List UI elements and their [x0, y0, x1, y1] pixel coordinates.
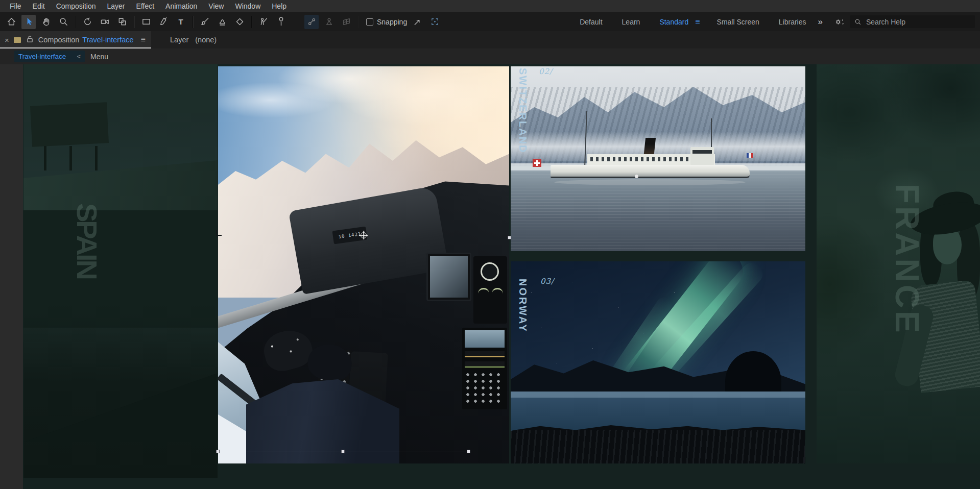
- gauge-cluster-shape: [473, 256, 507, 324]
- breadcrumb-parent[interactable]: Menu: [90, 48, 108, 64]
- composition-color-chip[interactable]: [14, 37, 21, 43]
- norway-index[interactable]: 03/: [540, 277, 554, 286]
- composition-viewport[interactable]: SPAIN 10 1421: [0, 64, 980, 489]
- headland-rock-shape: [725, 351, 781, 395]
- close-icon[interactable]: ×: [5, 36, 9, 44]
- french-flag-shape: [747, 153, 753, 158]
- radio-stack-shape: [462, 328, 507, 409]
- spain-pier-deck-shape: [23, 160, 218, 211]
- composition-viewer-tab[interactable]: × Composition Travel-interface ≡: [0, 31, 151, 48]
- workspace-default[interactable]: Default: [580, 18, 602, 26]
- sync-settings-icon[interactable]: [834, 17, 845, 27]
- workspace-overflow-icon[interactable]: »: [818, 17, 822, 27]
- france-label[interactable]: FRANCE: [888, 184, 926, 335]
- workspace-learn[interactable]: Learn: [622, 18, 640, 26]
- spain-post-shape: [44, 146, 46, 170]
- menu-file[interactable]: File: [4, 2, 27, 10]
- panel-gutter: [0, 64, 23, 489]
- gps-screen-shape: [426, 253, 471, 301]
- toolbar-divider: [251, 16, 252, 28]
- eraser-tool-icon[interactable]: [232, 15, 247, 29]
- hand-tool-icon[interactable]: [39, 15, 53, 29]
- radio-buttons: [465, 372, 505, 405]
- composition-tab-kind: Composition: [38, 36, 80, 44]
- type-tool-icon[interactable]: T: [174, 15, 188, 29]
- menu-window[interactable]: Window: [229, 2, 266, 10]
- unlock-icon[interactable]: [27, 35, 38, 45]
- workspace-standard[interactable]: Standard: [659, 18, 688, 26]
- puppet-mesh-icon[interactable]: [339, 15, 353, 29]
- clone-stamp-icon[interactable]: [215, 15, 229, 29]
- selection-handle-bottom-left[interactable]: [216, 450, 220, 453]
- workspace-menu-icon[interactable]: ≡: [695, 17, 700, 27]
- region-of-interest-icon[interactable]: [427, 15, 442, 29]
- chevron-left-icon: <: [77, 53, 81, 60]
- composition-tab-name: Travel-interface: [82, 36, 133, 44]
- tool-bar: T Snapping: [0, 12, 980, 31]
- norway-label[interactable]: NORWAY: [517, 279, 529, 333]
- switzerland-section[interactable]: SWITZERLAND 02/: [511, 66, 805, 251]
- wheelhouse-window: [692, 150, 712, 154]
- switzerland-label[interactable]: SWITZERLAND: [517, 68, 529, 154]
- spain-label[interactable]: SPAIN: [70, 203, 104, 278]
- menu-effect[interactable]: Effect: [131, 2, 160, 10]
- helicopter-image-layer[interactable]: 10 1421: [218, 66, 509, 463]
- viewer-tab-row: × Composition Travel-interface ≡ Layer (…: [0, 31, 980, 48]
- search-help-box[interactable]: [850, 15, 975, 28]
- puppet-bone-icon[interactable]: [304, 15, 319, 29]
- menu-animation[interactable]: Animation: [160, 2, 203, 10]
- breadcrumb-current-tile[interactable]: Travel-interface <: [14, 51, 85, 62]
- breadcrumb-current: Travel-interface: [18, 53, 66, 60]
- norway-section[interactable]: NORWAY 03/: [511, 261, 805, 463]
- toolbar-divider: [75, 16, 76, 28]
- roto-brush-icon[interactable]: [256, 15, 271, 29]
- search-help-input[interactable]: [866, 18, 963, 26]
- zoom-tool-icon[interactable]: [56, 15, 70, 29]
- menu-help[interactable]: Help: [266, 2, 292, 10]
- selection-handle-bottom-right[interactable]: [467, 450, 470, 453]
- composition-breadcrumb-row: Travel-interface < Menu: [0, 48, 980, 64]
- toolbar-divider: [193, 16, 193, 28]
- boat-reflection: [554, 179, 746, 185]
- camera-tool-icon[interactable]: [98, 15, 112, 29]
- rectangle-tool-icon[interactable]: [139, 15, 153, 29]
- brush-tool-icon[interactable]: [198, 15, 212, 29]
- workspace-switcher: Default Learn Standard ≡ Small Screen Li…: [570, 17, 829, 27]
- toolbar-divider: [358, 16, 358, 28]
- selection-handle-right-middle[interactable]: [508, 236, 511, 239]
- anchor-point[interactable]: [361, 232, 367, 238]
- snap-options-arrow-icon[interactable]: [410, 15, 424, 29]
- workspace-small-screen[interactable]: Small Screen: [717, 18, 759, 26]
- spain-section[interactable]: SPAIN: [23, 64, 218, 478]
- snapping-checkbox[interactable]: [366, 18, 373, 26]
- stars-shape: [511, 261, 511, 262]
- france-section[interactable]: FRANCE: [817, 64, 980, 463]
- layer-tab-value: (none): [195, 36, 217, 44]
- after-effects-window: File Edit Composition Layer Effect Anima…: [0, 0, 980, 489]
- switzerland-index[interactable]: 02/: [539, 67, 553, 76]
- buoy-shape: [635, 175, 638, 178]
- workspace-libraries[interactable]: Libraries: [779, 18, 806, 26]
- radio-row: [465, 351, 505, 357]
- menu-edit[interactable]: Edit: [27, 2, 51, 10]
- search-icon: [854, 18, 862, 26]
- menu-view[interactable]: View: [203, 2, 229, 10]
- puppet-pin-icon[interactable]: [274, 15, 288, 29]
- rock-texture: [511, 430, 805, 463]
- selection-handle-bottom-center[interactable]: [341, 450, 345, 453]
- pen-tool-icon[interactable]: [156, 15, 171, 29]
- menu-bar: File Edit Composition Layer Effect Anima…: [0, 0, 980, 12]
- swiss-flag-shape: [533, 159, 541, 167]
- home-icon[interactable]: [4, 15, 18, 29]
- gps-screen-content: [430, 256, 468, 298]
- orbit-camera-icon[interactable]: [80, 15, 94, 29]
- snapping-label: Snapping: [377, 18, 407, 26]
- menu-composition[interactable]: Composition: [51, 2, 102, 10]
- layer-viewer-tab[interactable]: Layer (none): [170, 31, 217, 48]
- pan-behind-icon[interactable]: [115, 15, 129, 29]
- menu-layer[interactable]: Layer: [102, 2, 131, 10]
- selection-tool-icon[interactable]: [21, 15, 36, 29]
- radio-row: [465, 361, 505, 368]
- panel-menu-icon[interactable]: ≡: [141, 35, 146, 44]
- puppet-advanced-pin-icon[interactable]: [322, 15, 336, 29]
